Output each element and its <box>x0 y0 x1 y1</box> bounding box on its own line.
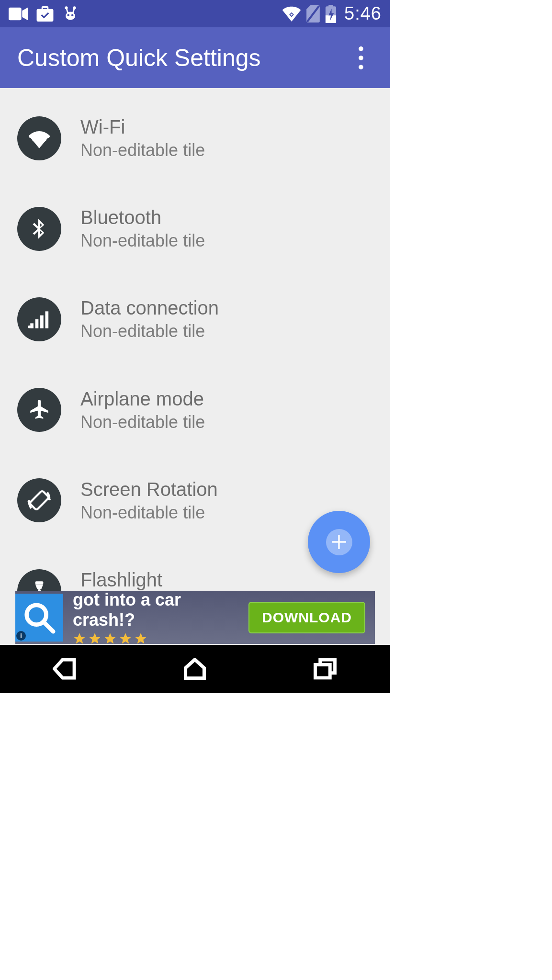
cyanogen-icon <box>62 6 79 22</box>
tile-title: Bluetooth <box>80 206 205 228</box>
ad-rating-stars <box>73 632 239 645</box>
tile-subtitle: Non-editable tile <box>80 502 218 523</box>
wifi-icon <box>17 116 61 160</box>
status-time: 5:46 <box>344 3 382 24</box>
tile-title: Airplane mode <box>80 388 205 410</box>
status-bar: 5:46 <box>0 0 390 27</box>
tile-row-bluetooth[interactable]: BluetoothNon-editable tile <box>0 195 390 262</box>
rotation-icon <box>17 478 61 522</box>
ad-headline: got into a car crash!? <box>73 590 239 630</box>
bluetooth-icon <box>17 207 61 251</box>
ad-text: got into a car crash!? <box>73 590 239 645</box>
wifi-status-icon <box>282 6 301 22</box>
tile-row-wifi[interactable]: Wi-FiNon-editable tile <box>0 104 390 172</box>
briefcase-check-icon <box>36 6 54 22</box>
svg-point-5 <box>71 14 74 16</box>
svg-point-10 <box>359 46 363 51</box>
svg-point-4 <box>67 14 69 16</box>
star-icon <box>103 632 117 645</box>
star-icon <box>88 632 101 645</box>
overflow-menu-button[interactable] <box>349 41 373 75</box>
tile-subtitle: Non-editable tile <box>80 412 205 432</box>
airplane-icon <box>17 388 61 432</box>
app-bar: Custom Quick Settings <box>0 27 390 88</box>
svg-line-14 <box>44 622 53 631</box>
signal-icon <box>17 297 61 341</box>
nav-back-button[interactable] <box>36 654 94 683</box>
star-icon <box>73 632 86 645</box>
plus-icon <box>326 529 352 555</box>
tile-title: Wi-Fi <box>80 116 205 138</box>
tile-row-signal[interactable]: Data connectionNon-editable tile <box>0 285 390 353</box>
ad-banner[interactable]: i got into a car crash!? DOWNLOAD <box>15 591 375 644</box>
no-sim-icon <box>306 5 320 23</box>
video-recording-icon <box>9 7 28 21</box>
tile-title: Screen Rotation <box>80 478 218 500</box>
star-icon <box>119 632 132 645</box>
svg-point-11 <box>359 56 363 60</box>
ad-info-icon: i <box>16 631 26 641</box>
svg-point-12 <box>359 65 363 69</box>
battery-charging-icon <box>325 5 337 23</box>
tile-row-airplane[interactable]: Airplane modeNon-editable tile <box>0 376 390 444</box>
tile-title: Data connection <box>80 297 219 319</box>
nav-recents-button[interactable] <box>296 654 354 683</box>
svg-rect-0 <box>9 7 22 20</box>
star-icon <box>134 632 147 645</box>
add-tile-fab[interactable] <box>308 511 370 573</box>
tile-subtitle: Non-editable tile <box>80 321 219 341</box>
ad-download-button[interactable]: DOWNLOAD <box>248 602 365 633</box>
app-title: Custom Quick Settings <box>17 44 261 72</box>
nav-home-button[interactable] <box>166 654 224 683</box>
tile-title: Flashlight <box>80 569 205 591</box>
tile-subtitle: Non-editable tile <box>80 230 205 251</box>
navigation-bar <box>0 645 390 693</box>
tile-subtitle: Non-editable tile <box>80 140 205 160</box>
svg-rect-8 <box>328 5 333 7</box>
svg-rect-3 <box>66 11 75 20</box>
svg-rect-15 <box>315 665 330 677</box>
ad-app-icon: i <box>15 594 63 642</box>
